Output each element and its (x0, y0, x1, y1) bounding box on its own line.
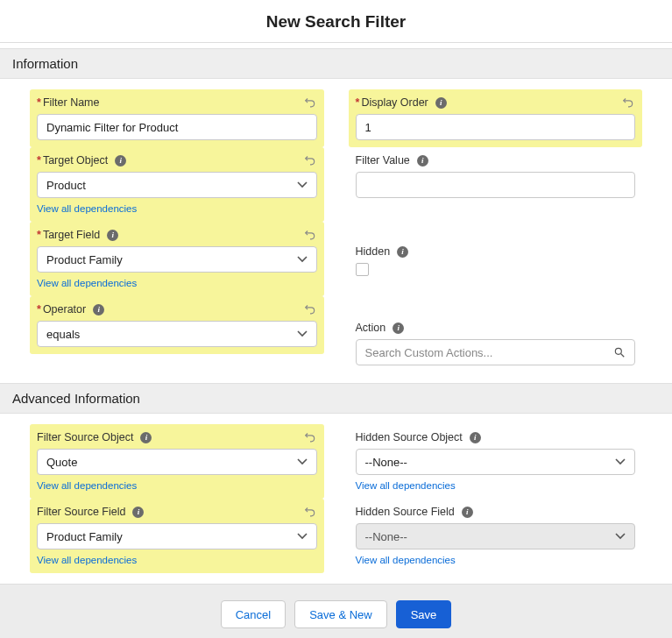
hidden-source-object-select[interactable]: --None-- (356, 449, 636, 475)
undo-icon[interactable] (621, 95, 635, 109)
filter-source-object-deps-link[interactable]: View all dependencies (37, 480, 137, 491)
required-asterisk: * (37, 154, 41, 167)
field-filter-source-field: Filter Source Field i Product Family Vie… (30, 499, 324, 573)
info-icon[interactable]: i (393, 323, 404, 334)
field-filter-source-object: Filter Source Object i Quote View all de… (30, 424, 324, 499)
info-right-col: * Display Order i Filter Value i Hidden … (349, 89, 643, 372)
field-hidden-source-field: Hidden Source Field i --None-- View all … (349, 499, 643, 573)
filter-source-field-label: Filter Source Field (37, 506, 125, 518)
search-icon (613, 346, 626, 358)
undo-icon[interactable] (303, 429, 317, 443)
hidden-source-field-deps-link[interactable]: View all dependencies (356, 555, 456, 565)
chevron-down-icon (615, 533, 626, 540)
hidden-checkbox[interactable] (356, 263, 369, 276)
chevron-down-icon (615, 458, 626, 465)
info-icon[interactable]: i (107, 230, 118, 241)
info-icon[interactable]: i (417, 155, 428, 167)
footer: Cancel Save & New Save (0, 584, 672, 638)
page-title: New Search Filter (0, 0, 672, 43)
info-icon[interactable]: i (132, 507, 144, 518)
info-icon[interactable]: i (93, 304, 104, 315)
field-hidden: Hidden i (349, 238, 643, 283)
target-field-label: Target Field (43, 229, 100, 241)
field-hidden-source-object: Hidden Source Object i --None-- View all… (349, 424, 643, 499)
display-order-label: Display Order (361, 96, 428, 109)
filter-source-object-select[interactable]: Quote (37, 449, 317, 475)
filter-name-input[interactable] (37, 114, 317, 140)
required-asterisk: * (37, 303, 41, 315)
cancel-button[interactable]: Cancel (221, 600, 286, 628)
chevron-down-icon (297, 256, 308, 263)
field-action: Action i Search Custom Actions... (349, 315, 643, 372)
hidden-source-object-label: Hidden Source Object (356, 431, 463, 443)
info-icon[interactable]: i (470, 432, 481, 443)
target-field-value: Product Family (46, 253, 123, 266)
section-advanced: Advanced Information (0, 383, 672, 414)
undo-icon[interactable] (303, 504, 317, 518)
hidden-label: Hidden (356, 245, 391, 258)
target-field-deps-link[interactable]: View all dependencies (37, 278, 137, 288)
target-field-select[interactable]: Product Family (37, 246, 317, 273)
info-icon[interactable]: i (397, 246, 408, 258)
svg-point-0 (615, 348, 621, 354)
chevron-down-icon (297, 330, 308, 337)
info-icon[interactable]: i (435, 97, 447, 109)
undo-icon[interactable] (303, 152, 317, 167)
target-object-deps-link[interactable]: View all dependencies (37, 203, 137, 214)
svg-line-1 (621, 354, 625, 358)
hidden-source-field-select[interactable]: --None-- (356, 523, 636, 549)
hidden-source-field-label: Hidden Source Field (356, 506, 455, 518)
field-filter-name: * Filter Name (30, 89, 324, 147)
advanced-body: Filter Source Object i Quote View all de… (0, 414, 672, 584)
info-icon[interactable]: i (140, 432, 152, 443)
hidden-source-object-value: --None-- (365, 456, 407, 469)
filter-name-label: Filter Name (43, 96, 100, 109)
undo-icon[interactable] (303, 95, 317, 109)
field-target-field: * Target Field i Product Family View all… (30, 222, 324, 296)
required-asterisk: * (356, 96, 360, 109)
filter-source-object-label: Filter Source Object (37, 431, 133, 443)
filter-source-field-value: Product Family (46, 530, 123, 543)
save-new-button[interactable]: Save & New (294, 600, 387, 628)
filter-source-field-select[interactable]: Product Family (37, 523, 317, 549)
operator-value: equals (46, 328, 80, 341)
action-lookup[interactable]: Search Custom Actions... (356, 339, 636, 365)
section-information: Information (0, 48, 672, 79)
hidden-source-field-value: --None-- (365, 530, 407, 543)
adv-left-col: Filter Source Object i Quote View all de… (30, 424, 324, 573)
info-icon[interactable]: i (462, 507, 473, 518)
info-left-col: * Filter Name * Target Object i Product … (30, 89, 324, 372)
display-order-input[interactable] (356, 114, 636, 140)
field-target-object: * Target Object i Product View all depen… (30, 147, 324, 222)
action-label: Action (356, 322, 386, 334)
chevron-down-icon (297, 533, 308, 540)
save-button[interactable]: Save (396, 600, 452, 628)
action-placeholder: Search Custom Actions... (365, 346, 493, 359)
chevron-down-icon (297, 458, 308, 465)
undo-icon[interactable] (303, 301, 317, 315)
filter-value-input[interactable] (356, 172, 636, 198)
operator-label: Operator (43, 303, 86, 315)
field-operator: * Operator i equals (30, 296, 324, 354)
filter-value-label: Filter Value (356, 154, 410, 167)
target-object-label: Target Object (43, 154, 108, 167)
hidden-source-object-deps-link[interactable]: View all dependencies (356, 480, 456, 491)
info-icon[interactable]: i (115, 155, 126, 167)
filter-source-object-value: Quote (46, 456, 77, 469)
filter-source-field-deps-link[interactable]: View all dependencies (37, 555, 137, 565)
adv-right-col: Hidden Source Object i --None-- View all… (349, 424, 643, 573)
chevron-down-icon (297, 181, 308, 188)
required-asterisk: * (37, 96, 41, 109)
field-display-order: * Display Order i (349, 89, 643, 147)
operator-select[interactable]: equals (37, 321, 317, 347)
required-asterisk: * (37, 229, 41, 241)
target-object-select[interactable]: Product (37, 172, 317, 198)
information-body: * Filter Name * Target Object i Product … (0, 79, 672, 383)
target-object-value: Product (46, 179, 86, 192)
undo-icon[interactable] (303, 227, 317, 241)
field-filter-value: Filter Value i (349, 147, 643, 205)
